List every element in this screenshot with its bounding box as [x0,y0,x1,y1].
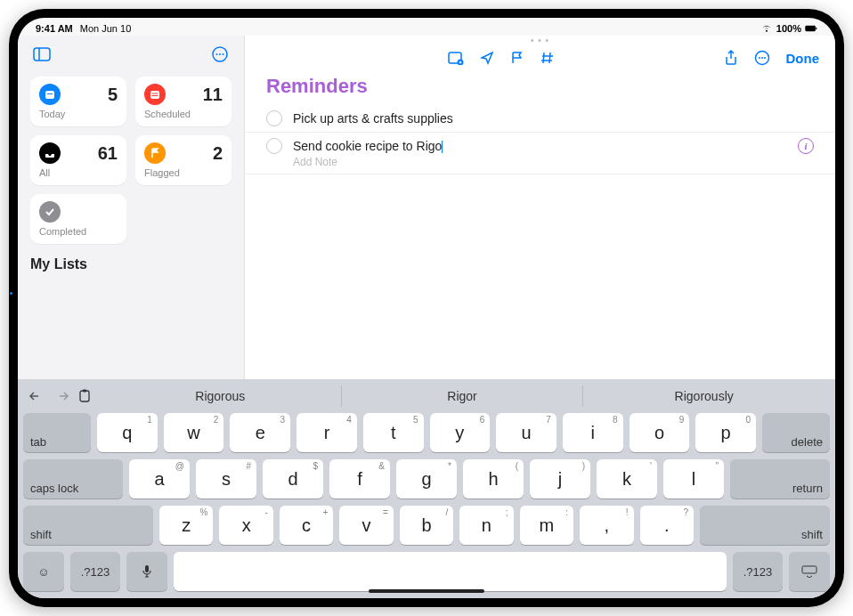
smartlist-flagged[interactable]: 2 Flagged [135,135,232,185]
svg-rect-19 [80,391,89,401]
svg-point-7 [223,53,224,55]
letter-key-d[interactable]: $d [263,459,323,498]
letter-key-q[interactable]: 1q [97,413,158,452]
calendar-icon [39,84,61,105]
svg-rect-8 [45,91,54,99]
sidebar: 5 Today 11 Scheduled 61 All [18,36,245,379]
reminder-text-editing[interactable]: Send cookie recipe to Rigo [293,139,787,153]
done-button[interactable]: Done [786,51,820,66]
caps-key[interactable]: caps lock [23,459,123,498]
letter-key-m[interactable]: :m [520,506,573,545]
complete-toggle[interactable] [266,110,282,126]
undo-button[interactable] [28,390,45,402]
complete-toggle[interactable] [266,138,282,154]
list-title: Reminders [245,71,835,105]
letter-key-r[interactable]: 4r [297,413,357,452]
delete-key[interactable]: delete [762,413,830,452]
letter-key-l[interactable]: "l [663,459,724,498]
letter-key-j[interactable]: )j [530,459,590,498]
svg-point-5 [216,53,218,55]
letter-key-y[interactable]: 6y [430,413,491,452]
share-icon[interactable] [724,50,738,66]
status-time: 9:41 AM [36,23,73,34]
reminder-row[interactable]: Pick up arts & crafts supplies [245,105,835,133]
svg-point-17 [761,57,763,59]
hashtag-icon[interactable] [540,51,555,65]
suggestion[interactable]: Rigor [342,385,584,407]
letter-key-p[interactable]: 0p [695,413,756,452]
content-toolbar: Done [245,45,835,71]
smartlist-completed[interactable]: Completed [30,194,126,244]
letter-key-v[interactable]: =v [339,506,393,545]
location-icon[interactable] [480,51,494,65]
home-indicator[interactable] [369,589,484,593]
letter-key-f[interactable]: &f [329,459,390,498]
letter-key-h[interactable]: (h [463,459,524,498]
suggestion-bar: Rigorous Rigor Rigorously [100,385,825,407]
smartlist-all-label: All [39,167,118,178]
svg-rect-20 [83,390,86,393]
dictation-key[interactable] [126,552,167,591]
svg-rect-1 [816,27,816,28]
smartlist-flagged-count: 2 [213,143,223,164]
numsym-key[interactable]: .?123 [70,552,120,591]
smartlist-today[interactable]: 5 Today [30,77,126,126]
sidebar-toggle-button[interactable] [30,43,53,66]
letter-key-x[interactable]: -x [219,506,272,545]
smartlist-scheduled[interactable]: 11 Scheduled [135,77,232,126]
space-key[interactable] [174,552,727,591]
redo-button[interactable] [53,390,69,402]
letter-key-u[interactable]: 7u [496,413,556,452]
battery-icon [805,24,817,33]
svg-rect-10 [150,91,159,99]
svg-rect-0 [806,26,816,31]
tab-key[interactable]: tab [23,413,91,452]
flag-icon[interactable] [510,51,524,65]
clipboard-button[interactable] [78,389,91,403]
letter-key-,[interactable]: !, [580,506,633,545]
battery-percent: 100% [776,23,801,34]
letter-key-n[interactable]: ;n [459,506,513,545]
emoji-key[interactable]: ☺ [23,552,64,591]
suggestion[interactable]: Rigorous [100,385,342,407]
hide-keyboard-key[interactable] [789,552,830,591]
numsym-key[interactable]: .?123 [733,552,783,591]
letter-key-s[interactable]: #s [196,459,256,498]
letter-key-i[interactable]: 8i [563,413,623,452]
smartlist-all[interactable]: 61 All [30,135,126,185]
letter-key-b[interactable]: /b [400,506,453,545]
letter-key-o[interactable]: 9o [630,413,690,452]
side-indicator [10,292,12,295]
smartlist-scheduled-count: 11 [203,85,223,105]
calendar-add-icon[interactable] [448,51,464,65]
smartlist-today-count: 5 [108,85,118,105]
info-button[interactable]: i [798,138,814,154]
reminder-text[interactable]: Pick up arts & crafts supplies [293,111,814,126]
flag-icon [144,142,166,164]
letter-key-a[interactable]: @a [129,459,190,498]
keyboard: Rigorous Rigor Rigorously tab1q2w3e4r5t6… [18,379,835,598]
status-date: Mon Jun 10 [80,23,131,34]
reminder-row[interactable]: Send cookie recipe to Rigo i [245,133,835,159]
wifi-icon [760,24,773,33]
letter-key-w[interactable]: 2w [164,413,224,452]
letter-key-t[interactable]: 5t [363,413,424,452]
letter-key-z[interactable]: %z [159,506,213,545]
letter-key-g[interactable]: *g [396,459,457,498]
letter-key-e[interactable]: 3e [230,413,290,452]
shift-key[interactable]: shift [23,506,153,545]
svg-point-18 [764,57,766,59]
letter-key-k[interactable]: 'k [597,459,657,498]
letter-key-.[interactable]: ?. [640,506,694,545]
more-icon[interactable] [754,50,770,66]
smartlist-completed-label: Completed [39,226,118,237]
check-icon [39,201,61,223]
shift-key[interactable]: shift [700,506,830,545]
letter-key-c[interactable]: +c [280,506,333,545]
drag-handle[interactable]: • • • [245,36,835,45]
return-key[interactable]: return [730,459,830,498]
more-button[interactable] [208,43,232,66]
svg-rect-9 [47,93,53,94]
suggestion[interactable]: Rigorously [583,385,825,407]
svg-rect-21 [145,565,149,572]
